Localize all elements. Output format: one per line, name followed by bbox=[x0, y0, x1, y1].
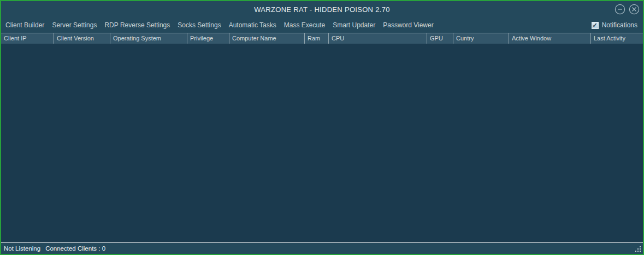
app-window: WARZONE RAT - HIDDEN POISON 2.70 Client … bbox=[0, 0, 644, 255]
resize-grip[interactable] bbox=[634, 245, 642, 253]
menu-item-socks-settings[interactable]: Socks Settings bbox=[174, 18, 224, 32]
client-table-body bbox=[1, 44, 643, 242]
menu-item-server-settings[interactable]: Server Settings bbox=[48, 18, 101, 32]
column-header-ram[interactable]: Ram bbox=[305, 33, 329, 44]
notifications-checkbox[interactable]: ✓ bbox=[592, 22, 599, 29]
status-bar: Not Listening Connected Clients : 0 bbox=[1, 243, 643, 254]
notifications-toggle[interactable]: ✓ Notifications bbox=[592, 17, 637, 33]
column-header-active-window[interactable]: Active Window bbox=[509, 33, 591, 44]
menu-item-password-viewer[interactable]: Password Viewer bbox=[379, 18, 437, 32]
column-header-privilege[interactable]: Privilege bbox=[187, 33, 229, 44]
minimize-icon bbox=[615, 4, 625, 15]
client-table-header: Client IP Client Version Operating Syste… bbox=[1, 33, 643, 44]
column-header-gpu[interactable]: GPU bbox=[427, 33, 453, 44]
checkmark-icon: ✓ bbox=[593, 22, 598, 28]
column-header-last-activity[interactable]: Last Activity bbox=[591, 33, 643, 44]
column-header-cpu[interactable]: CPU bbox=[329, 33, 427, 44]
close-icon bbox=[629, 4, 640, 15]
column-header-cuntry[interactable]: Cuntry bbox=[453, 33, 509, 44]
menu-item-mass-execute[interactable]: Mass Execute bbox=[280, 18, 329, 32]
menu-bar: Client Builder Server Settings RDP Rever… bbox=[1, 17, 643, 33]
column-header-operating-system[interactable]: Operating System bbox=[110, 33, 187, 44]
connected-clients-count: Connected Clients : 0 bbox=[45, 245, 105, 252]
column-header-client-ip[interactable]: Client IP bbox=[1, 33, 54, 44]
menu-item-smart-updater[interactable]: Smart Updater bbox=[329, 18, 379, 32]
notifications-label: Notifications bbox=[602, 21, 637, 29]
menu-item-rdp-reverse-settings[interactable]: RDP Reverse Settings bbox=[101, 18, 174, 32]
column-header-client-version[interactable]: Client Version bbox=[54, 33, 110, 44]
window-controls bbox=[614, 1, 640, 17]
title-bar[interactable]: WARZONE RAT - HIDDEN POISON 2.70 bbox=[1, 1, 643, 17]
menu-item-automatic-tasks[interactable]: Automatic Tasks bbox=[225, 18, 280, 32]
menu-item-client-builder[interactable]: Client Builder bbox=[2, 18, 48, 32]
listening-status: Not Listening bbox=[4, 245, 40, 252]
window-title: WARZONE RAT - HIDDEN POISON 2.70 bbox=[254, 5, 389, 14]
close-button[interactable] bbox=[628, 3, 640, 15]
minimize-button[interactable] bbox=[614, 3, 626, 15]
column-header-computer-name[interactable]: Computer Name bbox=[229, 33, 305, 44]
